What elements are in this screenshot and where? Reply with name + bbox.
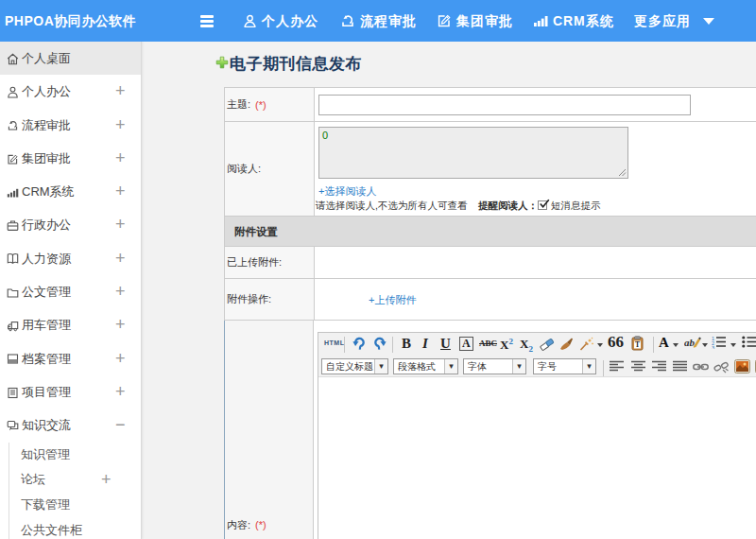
svg-text:T: T	[635, 340, 640, 349]
svg-text:3: 3	[712, 345, 714, 349]
svg-text:ab: ab	[684, 337, 696, 348]
